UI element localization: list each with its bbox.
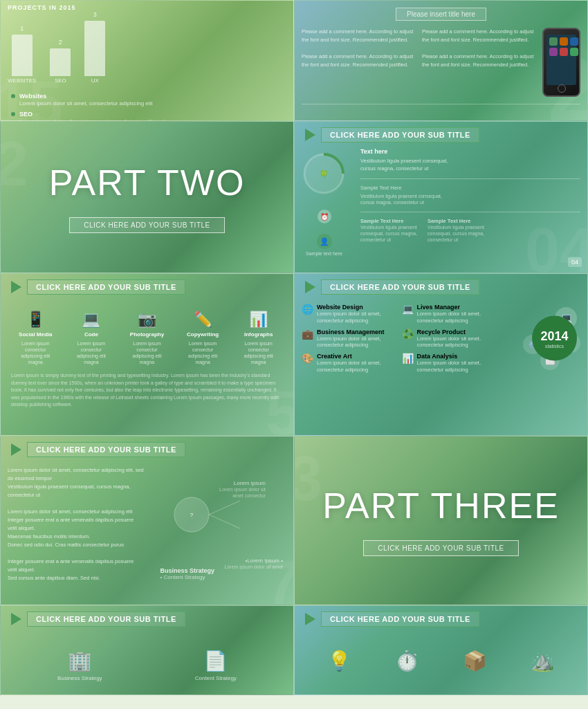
part-two-subtitle-btn[interactable]: CLICK HERE ADD YOUR SUB TITLE [69,217,225,233]
cell-bottom-left: CLICK HERE ADD YOUR SUB TITLE 🏢 Business… [0,605,294,695]
divider [302,104,580,104]
left-diagrams: 🍀 ⏰ 👤 Sample text here [302,148,347,256]
cell7-subtitle[interactable]: CLICK HERE ADD YOUR SUB TITLE [27,442,185,457]
float-area: 💻 ⚙️ 2014 statistics 📱 ⬜ [497,304,580,374]
art-icon: 🎨 [302,353,313,364]
part-three-subtitle-btn[interactable]: CLICK HERE ADD YOUR SUB TITLE [363,540,519,556]
part-three-heading: PART THREE [322,485,560,526]
cell-phone-info: 2 Please insert title here Please add a … [294,0,588,121]
arc-svg: 🍀 [302,151,347,196]
clock-icon: ⏱️ [395,650,419,672]
document-label: Content Strategy [195,675,237,681]
service-art: 🎨 Creative Art Lorem ipsum dolor sit ame… [302,353,398,374]
chart-title: PROJECTS IN 2015 [8,4,279,11]
sample-text-1: Sample Text Here [360,185,580,191]
bullet-list: Websites Lorem ipsum dolor sit amet, con… [1,87,293,121]
social-icon: 📱 [26,311,45,329]
bottom-icons-row-10: 💡 ⏱️ 📦 ⛰️ [295,632,587,679]
bullet-item-seo: SEO Lorem ipsum dolor sit amet, consecte… [11,111,283,121]
business-strategy: Business Strategy • Content Strategy [160,567,215,580]
biz-strategy-sub: • Content Strategy [160,574,215,580]
service-biz: 💼 Business Management Lorem ipsum dolor … [302,329,398,349]
art-text: Creative Art Lorem ipsum dolor sit amet,… [317,353,398,374]
services-content: 🌐 Website Design Lorem ipsum dolor sit a… [295,300,587,377]
bar-num-1: 1 [20,25,24,32]
building-icon: 🏢 [68,650,92,672]
building-label: Business Strategy [57,675,102,681]
copy-icon: ✏️ [194,311,212,329]
rl1-title: Sample Text Here [360,218,417,224]
icon-item-info: 📊 Infographs Lorem ipsumconsectur adipis… [238,311,279,365]
svg-text:🍀: 🍀 [320,169,329,178]
box-icon: 📦 [463,650,487,672]
add-person-icon: 👤 Sample text here [302,234,347,256]
cell4-subtitle[interactable]: CLICK HERE ADD YOUR SUB TITLE [321,127,479,142]
rl2-title: Sample Text Here [428,218,484,224]
phone-home-btn [558,84,566,93]
biz-desc: Lorem ipsum dolor sit amet, consectetur … [317,335,398,349]
bar-ux [84,21,105,76]
mindmap-svg: ? [150,473,288,577]
right-label-1: Sample Text Here Vestibulum ligula praes… [360,218,417,243]
icon-item-copy: ✏️ Copywriting Lorem ipsumconsectur adip… [182,311,223,365]
svg-line-5 [209,515,240,528]
play-icon-4 [305,129,315,141]
timeline-text: Lorem ipsum dolor sit amet, consectetur … [8,466,145,582]
placeholder-title: Please insert title here [396,8,486,21]
chart-area: PROJECTS IN 2015 1 WEBSITES 2 SEO 3 UX [1,1,293,87]
info-desc: Lorem ipsumconsectur adipiscing elit mag… [238,340,279,365]
mindmap-area: Lorem ipsumLorem ipsum dolor sitamet con… [150,466,287,591]
cell10-subtitle[interactable]: CLICK HERE ADD YOUR SUB TITLE [321,611,479,627]
timeline-content: Lorem ipsum dolor sit amet, consectetur … [1,463,293,594]
copy-desc: Lorem ipsumconsectur adipiscing elit mag… [182,340,223,365]
art-title: Creative Art [317,353,398,360]
phone-graphic [542,28,580,97]
web-title: Website Design [317,304,398,311]
bar-group-ux: 3 UX [84,11,105,84]
bullet-dot [11,94,15,98]
bar-label-seo: SEO [55,77,66,84]
cell-icons-grid: 5 CLICK HERE ADD YOUR SUB TITLE 📱 Social… [0,273,294,436]
app-grid [546,35,576,59]
text-column-right: Please add a comment here. According to … [422,28,535,97]
person-circle: 👤 [317,234,332,249]
document-icon: 📄 [203,650,228,672]
phone-info-content: Please add a comment here. According to … [295,24,587,100]
play-icon-10 [305,613,315,625]
social-label: Social Media [19,331,52,338]
bi-bulb: 💡 [327,650,351,672]
cell7-header: CLICK HERE ADD YOUR SUB TITLE [1,436,293,463]
cell5-subtitle[interactable]: CLICK HERE ADD YOUR SUB TITLE [27,279,185,295]
part-three-content: PART THREE CLICK HERE ADD YOUR SUB TITLE [295,436,587,605]
num-badge-04: 04 [568,257,582,267]
bullet-text-seo: SEO Lorem ipsum dolor sit amet, consecte… [19,111,165,121]
part-heading: PART TWO [49,162,246,203]
play-icon-7 [11,443,21,456]
bullet-item-websites: Websites Lorem ipsum dolor sit amet, con… [11,93,283,107]
info-icon: 📊 [249,311,268,329]
text-column-left: Please add a comment here. According to … [302,28,415,97]
social-desc: Lorem ipsumconsectur adipiscing elit mag… [15,340,56,365]
diagram-right-content: Text here Vestibulum ligula praesent con… [353,148,580,256]
biz-icon: 💼 [302,329,313,340]
bi-building: 🏢 Business Strategy [57,650,102,681]
data-text: Data Analysis Lorem ipsum dolor sit amet… [417,353,498,374]
photo-icon: 📷 [138,311,156,329]
cell6-subtitle[interactable]: CLICK HERE ADD YOUR SUB TITLE [321,279,479,295]
bar-group-websites: 1 WEBSITES [8,25,36,84]
small-icon-area: ⏰ [302,210,347,223]
bar-label-ux: UX [91,77,99,84]
service-lives: 💻 Lives Manager Lorem ipsum dolor sit am… [402,304,498,324]
data-desc: Lorem ipsum dolor sit amet, consectetur … [417,360,498,374]
bar-websites [12,35,33,76]
cell4-header: CLICK HERE ADD YOUR SUB TITLE [295,122,587,148]
play-icon-6 [305,281,315,293]
main-grid: 15 PROJECTS IN 2015 1 WEBSITES 2 SEO 3 U… [0,0,588,709]
lives-title: Lives Manager [417,304,498,311]
photo-label: Photography [130,331,164,338]
bullet-dot [11,112,15,116]
bar-container: 1 WEBSITES 2 SEO 3 UX [8,15,279,84]
cell-timeline: 7 CLICK HERE ADD YOUR SUB TITLE Lorem ip… [0,436,294,605]
icon-item-code: 💻 Code Lorem ipsumconsectur adipiscing e… [71,311,112,365]
cell9-subtitle[interactable]: CLICK HERE ADD YOUR SUB TITLE [27,611,185,627]
